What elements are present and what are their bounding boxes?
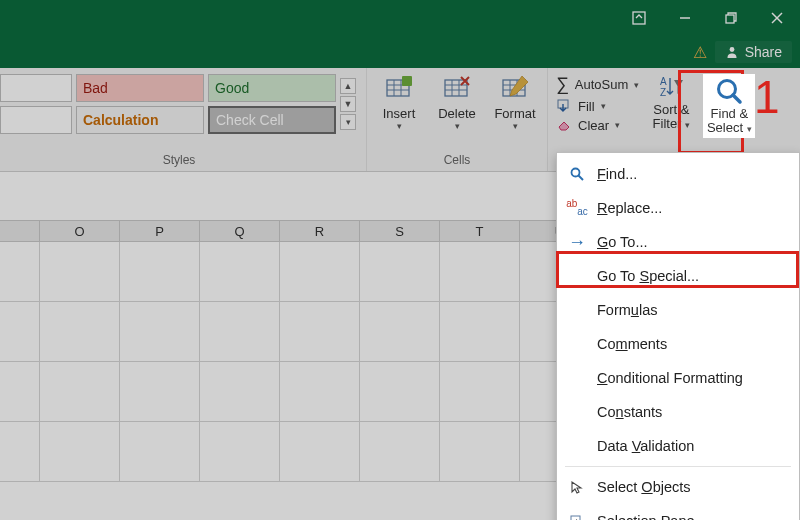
dropdown-caret-icon: ▾ [634,80,639,90]
sort-filter-icon: AZ [658,74,684,102]
minimize-button[interactable] [662,0,708,36]
annotation-number-1: 1 [754,70,780,124]
insert-label: Insert [383,106,416,121]
menu-item-conditional-formatting[interactable]: Conditional Formatting [557,361,799,395]
insert-cells-button[interactable]: Insert ▾ [375,74,423,131]
fill-label: Fill [578,99,595,114]
menu-item-data-validation[interactable]: Data Validation [557,429,799,463]
insert-icon [384,74,414,104]
sigma-icon: ∑ [556,74,569,95]
eraser-icon [556,117,572,133]
autosum-label: AutoSum [575,77,628,92]
col-header[interactable]: R [280,221,360,241]
menu-label: Formulas [597,302,657,318]
menu-item-find[interactable]: Find... [557,157,799,191]
share-button[interactable]: Share [715,41,792,63]
gallery-up-button[interactable]: ▲ [340,78,356,94]
fill-down-icon [556,98,572,114]
autosum-button[interactable]: ∑ AutoSum ▾ [556,74,639,95]
format-label: Format [494,106,535,121]
dropdown-caret-icon: ▾ [513,121,518,131]
delete-cells-button[interactable]: Delete ▾ [433,74,481,131]
menu-item-goto[interactable]: → Go To... [557,225,799,259]
menu-separator [565,466,791,467]
style-swatch-good[interactable]: Good [208,74,336,102]
col-header[interactable]: O [40,221,120,241]
dropdown-caret-icon: ▾ [615,120,620,130]
close-button[interactable] [754,0,800,36]
svg-line-26 [733,95,740,102]
gallery-more-button[interactable]: ▾ [340,114,356,130]
restore-button[interactable] [708,0,754,36]
format-cells-button[interactable]: Format ▾ [491,74,539,131]
col-header[interactable]: P [120,221,200,241]
share-bar: ⚠ Share [0,36,800,68]
menu-label: Conditional Formatting [597,370,743,386]
ribbon-display-options-button[interactable] [616,0,662,36]
cell-styles-gallery[interactable]: Bad Good Calculation Check Cell [0,74,336,134]
find-select-menu: Find... abac Replace... → Go To... Go To… [556,152,800,520]
gallery-down-button[interactable]: ▼ [340,96,356,112]
svg-line-28 [579,176,584,181]
format-icon [500,74,530,104]
svg-point-27 [572,169,580,177]
menu-item-replace[interactable]: abac Replace... [557,191,799,225]
style-label: Check Cell [216,112,284,128]
svg-text:Z: Z [660,87,666,98]
style-swatch-check-cell[interactable]: Check Cell [208,106,336,134]
sort-filter-button[interactable]: AZ Sort &Filter ▾ [645,74,697,138]
menu-label: Selection Pane... [597,513,707,520]
svg-point-5 [729,47,734,52]
menu-label: Select Objects [597,479,691,495]
menu-label: Comments [597,336,667,352]
menu-item-select-objects[interactable]: Select Objects [557,470,799,504]
svg-text:A: A [660,76,667,87]
menu-item-selection-pane[interactable]: Selection Pane... [557,504,799,520]
style-swatch-normal[interactable] [0,74,72,102]
gallery-scroll-buttons: ▲ ▼ ▾ [340,74,358,134]
style-swatch-bad[interactable]: Bad [76,74,204,102]
find-select-button[interactable]: Find &Select ▾ [703,74,755,138]
magnifier-icon [714,76,744,106]
window-titlebar [0,0,800,36]
menu-label: Constants [597,404,662,420]
dropdown-caret-icon: ▾ [601,101,606,111]
style-label: Bad [83,80,108,96]
col-header[interactable] [0,221,40,241]
menu-item-formulas[interactable]: Formulas [557,293,799,327]
selection-pane-icon [567,514,587,520]
menu-label: Go To Special... [597,268,699,284]
col-header[interactable]: Q [200,221,280,241]
arrow-right-icon: → [567,232,587,253]
menu-label: Data Validation [597,438,694,454]
style-label: Good [215,80,249,96]
menu-item-comments[interactable]: Comments [557,327,799,361]
col-header[interactable]: T [440,221,520,241]
svg-rect-11 [402,76,412,86]
cursor-icon [567,480,587,494]
dropdown-caret-icon: ▾ [397,121,402,131]
delete-icon [442,74,472,104]
clear-label: Clear [578,118,609,133]
svg-rect-0 [633,12,645,24]
magnifier-icon [567,166,587,182]
group-label-cells: Cells [375,153,539,169]
person-icon [725,45,739,59]
ribbon-group-cells: Insert ▾ Delete ▾ [367,68,548,171]
fill-button[interactable]: Fill ▾ [556,98,639,114]
style-swatch-blank[interactable] [0,106,72,134]
style-swatch-calculation[interactable]: Calculation [76,106,204,134]
menu-label: Replace... [597,200,662,216]
delete-label: Delete [438,106,476,121]
warning-icon: ⚠ [693,43,707,62]
clear-button[interactable]: Clear ▾ [556,117,639,133]
menu-item-constants[interactable]: Constants [557,395,799,429]
svg-rect-29 [571,516,580,520]
style-label: Calculation [83,112,158,128]
menu-label: Find... [597,166,637,182]
group-label-styles: Styles [0,153,358,169]
svg-rect-2 [726,15,734,23]
col-header[interactable]: S [360,221,440,241]
ribbon-group-styles: Bad Good Calculation Check Cell ▲ ▼ ▾ St… [0,68,367,171]
menu-item-goto-special[interactable]: Go To Special... [557,259,799,293]
